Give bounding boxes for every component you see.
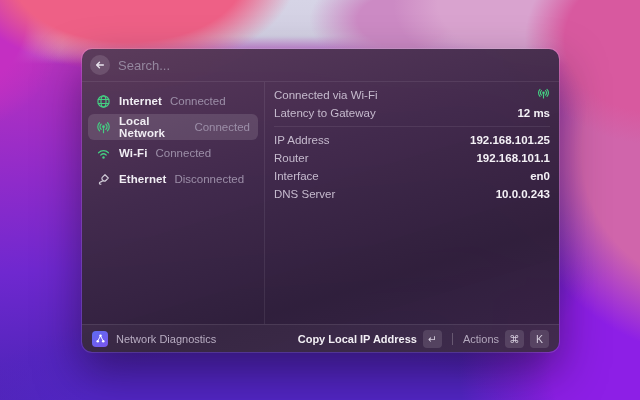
sidebar-item-status: Connected [170,95,226,107]
globe-icon [96,94,111,109]
detail-label: Connected via Wi-Fi [274,89,378,101]
sidebar-item-wifi[interactable]: Wi-Fi Connected [88,140,258,166]
command-key-badge: ⌘ [505,330,524,348]
search-bar [82,49,559,82]
detail-row-dns-server: DNS Server 10.0.0.243 [274,185,550,203]
window-content: Internet Connected Local Network Connect… [82,82,559,324]
actions-menu-button[interactable]: Actions ⌘ K [463,330,549,348]
detail-label: Latency to Gateway [274,107,376,119]
detail-row-latency: Latency to Gateway 12 ms [274,104,550,122]
sidebar-item-label: Ethernet [119,173,166,185]
copy-local-ip-action[interactable]: Copy Local IP Address ↵ [298,330,442,348]
network-diagnostics-window: Internet Connected Local Network Connect… [82,49,559,352]
detail-label: Interface [274,170,319,182]
detail-value: 192.168.101.1 [476,152,550,164]
k-key-badge: K [530,330,549,348]
detail-value: 192.168.101.25 [470,134,550,146]
sidebar: Internet Connected Local Network Connect… [82,82,264,324]
detail-row-interface: Interface en0 [274,167,550,185]
antenna-icon [96,120,111,135]
search-input[interactable] [118,58,551,73]
detail-label: IP Address [274,134,329,146]
actions-label: Actions [463,333,499,345]
back-button[interactable] [90,55,110,75]
return-key-badge: ↵ [423,330,442,348]
detail-value: 12 ms [517,107,550,119]
detail-row-ip-address: IP Address 192.168.101.25 [274,131,550,149]
app-chip: Network Diagnostics [92,331,216,347]
wifi-icon [96,146,111,161]
sidebar-item-local-network[interactable]: Local Network Connected [88,114,258,140]
sidebar-item-label: Local Network [119,115,186,139]
detail-row-connected-via: Connected via Wi-Fi [274,86,550,104]
sidebar-item-label: Internet [119,95,162,107]
arrow-left-icon [94,59,106,71]
footer-separator [452,333,453,345]
sidebar-item-status: Connected [156,147,212,159]
antenna-icon [537,86,550,104]
footer-bar: Network Diagnostics Copy Local IP Addres… [82,324,559,352]
detail-value: en0 [530,170,550,182]
network-diagnostics-app-icon [92,331,108,347]
app-name: Network Diagnostics [116,333,216,345]
ethernet-icon [96,172,111,187]
sidebar-item-internet[interactable]: Internet Connected [88,88,258,114]
sidebar-item-status: Disconnected [174,173,244,185]
sidebar-item-ethernet[interactable]: Ethernet Disconnected [88,166,258,192]
detail-label: DNS Server [274,188,335,200]
sidebar-item-status: Connected [194,121,250,133]
detail-value: 10.0.0.243 [496,188,550,200]
detail-label: Router [274,152,309,164]
sidebar-item-label: Wi-Fi [119,147,148,159]
section-divider [274,126,550,127]
detail-panel: Connected via Wi-Fi Latency to Gateway 1… [264,82,559,324]
detail-row-router: Router 192.168.101.1 [274,149,550,167]
copy-local-ip-label: Copy Local IP Address [298,333,417,345]
